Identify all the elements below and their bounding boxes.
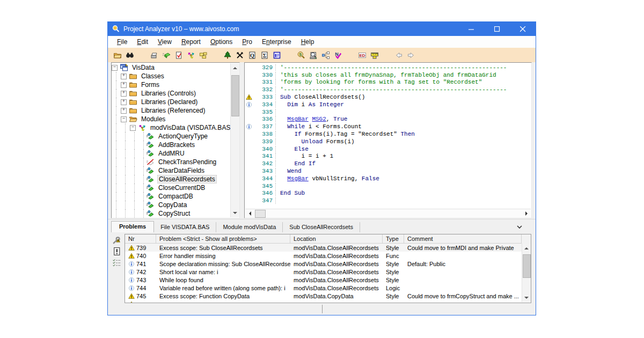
- analyze-magnifier-icon[interactable]: S: [296, 50, 306, 61]
- scroll-up-icon[interactable]: [522, 244, 530, 252]
- problems-scrollbar[interactable]: [522, 244, 531, 302]
- maximize-button[interactable]: [484, 22, 510, 36]
- tab-sub-closeallrecordsets[interactable]: Sub CloseAllRecordsets: [283, 222, 360, 232]
- tree-item-addmru[interactable]: AddMRU: [112, 149, 230, 158]
- problem-row-742[interactable]: 742Short local var name: imodVisData.Clo…: [125, 268, 522, 276]
- expand-icon[interactable]: +: [121, 74, 127, 79]
- problem-row-745[interactable]: 745Excess scope: Function CopyDatamodVis…: [125, 292, 522, 300]
- tree-item-libraries-referenced-[interactable]: +Libraries (Referenced): [112, 106, 230, 115]
- tree-item-modvisdata-visdata-bas-[interactable]: −modVisData (VISDATA.BAS): [112, 123, 230, 132]
- tree-item-label[interactable]: Libraries (Controls): [140, 90, 197, 97]
- problem-filter-icon[interactable]: [112, 260, 121, 269]
- menu-edit[interactable]: Edit: [132, 37, 153, 47]
- splitter-grip[interactable]: [322, 305, 323, 313]
- tree-item-copydata[interactable]: CopyData: [112, 201, 230, 209]
- problem-options-icon[interactable]: [112, 237, 121, 246]
- info-gutter-icon[interactable]: [245, 123, 253, 130]
- tree-item-libraries-declared-[interactable]: +Libraries (Declared): [112, 98, 230, 106]
- collapse-icon[interactable]: −: [112, 65, 118, 71]
- column-header-location[interactable]: Location: [290, 234, 383, 244]
- column-header-comment[interactable]: Comment: [404, 234, 522, 244]
- expand-icon[interactable]: +: [121, 82, 127, 88]
- tree-item-label[interactable]: VisData: [131, 64, 156, 71]
- problems-scroll-thumb[interactable]: [523, 254, 531, 278]
- navigate-back-icon[interactable]: [393, 50, 404, 61]
- menu-options[interactable]: Options: [206, 37, 237, 47]
- tree-item-addbrackets[interactable]: AddBrackets: [112, 141, 230, 149]
- edit-doc-icon[interactable]: [173, 50, 184, 61]
- problem-row-740[interactable]: 740Error handler missingmodVisData.Close…: [125, 252, 522, 260]
- tab-module-modvisdata[interactable]: Module modVisData: [216, 222, 283, 232]
- problem-report-icon[interactable]: [112, 248, 121, 258]
- problem-row-744[interactable]: 744Variable read before written (along s…: [125, 284, 522, 292]
- quality-report-icon[interactable]: Q: [247, 50, 258, 61]
- tree-item-label[interactable]: CloseCurrentDB: [157, 184, 206, 192]
- navigate-forward-icon[interactable]: [406, 50, 416, 61]
- tree-item-compactdb[interactable]: CompactDB: [112, 192, 230, 201]
- tree-item-label[interactable]: Forms: [140, 81, 160, 89]
- expand-icon[interactable]: +: [121, 99, 127, 105]
- tree-item-actionquerytype[interactable]: ActionQueryType: [112, 132, 230, 141]
- collapse-icon[interactable]: −: [121, 116, 127, 122]
- tree-item-checktranspending[interactable]: CheckTransPending: [112, 158, 230, 166]
- problem-row-741[interactable]: 741Scope declaration missing: Sub CloseA…: [125, 260, 522, 268]
- tree-item-label[interactable]: CompactDB: [157, 193, 194, 200]
- tree-scrollbar[interactable]: [230, 63, 239, 217]
- tree-item-label[interactable]: Modules: [140, 115, 166, 123]
- info-gutter-icon[interactable]: [245, 101, 253, 108]
- expand-icon[interactable]: +: [121, 91, 127, 97]
- report-icon[interactable]: [272, 50, 282, 61]
- menu-view[interactable]: View: [153, 37, 177, 47]
- eraser-icon[interactable]: [161, 50, 172, 61]
- tree-item-label[interactable]: CopyStruct: [157, 210, 191, 217]
- minimize-button[interactable]: [458, 22, 484, 36]
- tree-item-closecurrentdb[interactable]: CloseCurrentDB: [112, 183, 230, 192]
- problem-row-partial[interactable]: [125, 300, 522, 303]
- code-link[interactable]: MSG2: [312, 116, 326, 122]
- scroll-down-icon[interactable]: [522, 293, 530, 302]
- tree-item-label[interactable]: AddBrackets: [157, 141, 196, 149]
- tree-item-modules[interactable]: −Modules: [112, 115, 230, 123]
- column-header-nr[interactable]: Nr: [125, 234, 156, 244]
- enterprise-diagrams-icon[interactable]: ED: [357, 50, 368, 61]
- tree-item-label[interactable]: modVisData (VISDATA.BAS): [149, 124, 230, 131]
- tree-item-libraries-controls-[interactable]: +Libraries (Controls): [112, 89, 230, 98]
- menu-enterprise[interactable]: Enterprise: [257, 37, 296, 47]
- call-graph-icon[interactable]: [186, 50, 196, 61]
- menu-help[interactable]: Help: [296, 37, 319, 47]
- tree-item-label[interactable]: AddMRU: [157, 150, 186, 157]
- menu-pro[interactable]: Pro: [237, 37, 257, 47]
- tree-item-label[interactable]: ActionQueryType: [157, 133, 209, 140]
- scroll-down-icon[interactable]: [231, 209, 239, 217]
- scroll-left-icon[interactable]: [245, 209, 254, 217]
- cross-reference-icon[interactable]: [235, 50, 245, 61]
- tab-problems[interactable]: Problems: [111, 221, 154, 232]
- scroll-up-icon[interactable]: [231, 63, 239, 72]
- code-scroll-thumb[interactable]: [255, 210, 266, 218]
- whitener-icon[interactable]: [149, 50, 159, 61]
- column-header-type[interactable]: Type: [383, 234, 404, 244]
- close-button[interactable]: [510, 22, 536, 36]
- project-metrics-icon[interactable]: [369, 50, 380, 61]
- problem-row-743[interactable]: 743While loop foundmodVisData.CloseAllRe…: [125, 276, 522, 284]
- tree-item-copystruct[interactable]: CopyStruct: [112, 209, 230, 218]
- tree-scroll-thumb[interactable]: [231, 75, 239, 116]
- tree-item-cleardatafields[interactable]: ClearDataFields: [112, 166, 230, 175]
- find-icon[interactable]: [125, 50, 135, 61]
- collapse-icon[interactable]: −: [130, 125, 136, 131]
- chevron-down-icon[interactable]: [515, 223, 524, 231]
- tree-item-forms[interactable]: +Forms: [112, 80, 230, 89]
- menu-report[interactable]: Report: [177, 37, 206, 47]
- tree-item-label[interactable]: CloseAllRecordsets: [157, 175, 217, 183]
- tree-item-label[interactable]: CheckTransPending: [157, 158, 217, 166]
- menu-file[interactable]: File: [112, 37, 132, 47]
- scroll-right-icon[interactable]: [522, 209, 531, 217]
- tree-item-label[interactable]: Libraries (Referenced): [140, 107, 206, 114]
- expand-icon[interactable]: +: [121, 108, 127, 114]
- metrics-summary-icon[interactable]: Σ: [259, 50, 270, 61]
- view-file-icon[interactable]: [308, 50, 319, 61]
- hierarchy-icon[interactable]: [320, 50, 331, 61]
- needs-fix-icon[interactable]: N: [333, 50, 343, 61]
- open-project-icon[interactable]: [112, 50, 123, 61]
- tree-item-closeallrecordsets[interactable]: CloseAllRecordsets: [112, 175, 230, 183]
